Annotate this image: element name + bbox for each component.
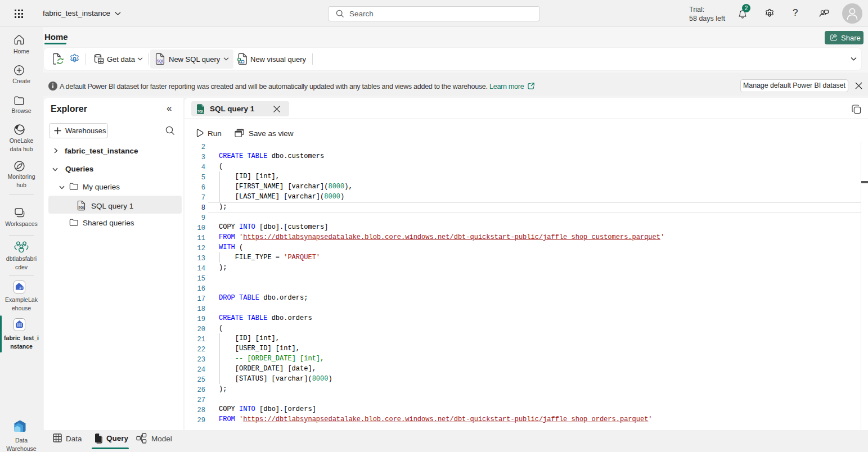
svg-text:SQL: SQL [78,206,85,209]
svg-text:2: 2 [745,5,748,11]
svg-text:SQL: SQL [157,59,164,64]
svg-text:SQL: SQL [197,110,204,113]
